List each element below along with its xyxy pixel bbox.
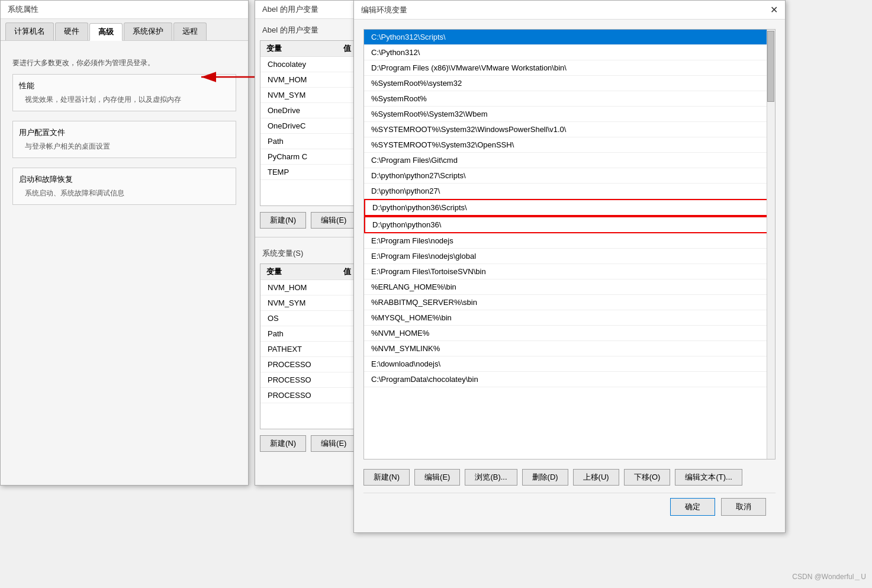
watermark: CSDN @Wonderful＿U [792,572,866,582]
env-dialog-title: Abel 的用户变量 [262,5,318,14]
edit-action-buttons: 新建(N) 编辑(E) 浏览(B)... 删除(D) 上移(U) 下移(O) 编… [363,469,776,486]
path-item-19[interactable]: %NVM_HOME% [364,326,775,341]
cancel-button[interactable]: 取消 [721,498,766,516]
edit-env-body: C:\Python312\Scripts\ C:\Python312\ D:\P… [354,20,785,530]
sys-new-button[interactable]: 新建(N) [260,435,306,452]
tab-hardware[interactable]: 硬件 [55,23,88,40]
path-item-15[interactable]: E:\Program Files\TortoiseSVN\bin [364,264,775,279]
path-new-button[interactable]: 新建(N) [363,469,410,486]
tab-advanced[interactable]: 高级 [89,23,123,41]
edit-env-dialog: 编辑环境变量 ✕ C:\Python312\Scripts\ C:\Python… [353,0,786,533]
sys-edit-button[interactable]: 编辑(E) [311,435,356,452]
path-move-down-button[interactable]: 下移(O) [624,469,671,486]
scrollbar-thumb[interactable] [767,31,774,102]
path-item-6[interactable]: %SYSTEMROOT%\System32\WindowsPowerShell\… [364,122,775,137]
path-item-13[interactable]: E:\Program Files\nodejs [364,233,775,249]
path-list[interactable]: C:\Python312\Scripts\ C:\Python312\ D:\P… [363,29,776,460]
performance-label: 性能 [19,81,230,91]
performance-desc: 视觉效果，处理器计划，内存使用，以及虚拟内存 [25,95,230,105]
path-item-11[interactable]: D:\python\python36\Scripts\ [364,199,775,216]
user-profile-desc: 与登录帐户相关的桌面设置 [25,142,230,152]
ok-button[interactable]: 确定 [670,498,715,516]
path-item-17[interactable]: %RABBITMQ_SERVER%\sbin [364,295,775,310]
warning-text: 要进行大多数更改，你必须作为管理员登录。 [12,57,236,68]
user-profile-section: 用户配置文件 与登录帐户相关的桌面设置 [12,121,236,158]
path-item-7[interactable]: %SYSTEMROOT%\System32\OpenSSH\ [364,137,775,153]
sys-props-tabs: 计算机名 硬件 高级 系统保护 远程 [1,19,248,41]
tab-remote[interactable]: 远程 [173,23,207,40]
path-item-3[interactable]: %SystemRoot%\system32 [364,76,775,91]
path-item-22[interactable]: C:\ProgramData\chocolatey\bin [364,372,775,387]
system-vars-title-text: 系统变量(S) [262,249,303,258]
path-item-20[interactable]: %NVM_SYMLINK% [364,341,775,356]
startup-label: 启动和故障恢复 [19,174,230,185]
sys-props-body: 要进行大多数更改，你必须作为管理员登录。 性能 视觉效果，处理器计划，内存使用，… [1,41,248,225]
col-variable: 变量 [266,43,343,54]
user-profile-label: 用户配置文件 [19,127,230,138]
path-edit-text-button[interactable]: 编辑文本(T)... [675,469,742,486]
path-item-18[interactable]: %MYSQL_HOME%\bin [364,310,775,326]
path-move-up-button[interactable]: 上移(U) [573,469,619,486]
path-item-10[interactable]: D:\python\python27\ [364,184,775,199]
startup-desc: 系统启动、系统故障和调试信息 [25,188,230,198]
path-item-4[interactable]: %SystemRoot% [364,91,775,107]
sys-col-value: 值 [343,266,351,277]
startup-section: 启动和故障恢复 系统启动、系统故障和调试信息 [12,168,236,205]
path-item-21[interactable]: E:\download\nodejs\ [364,356,775,372]
scrollbar-track[interactable] [767,30,775,459]
edit-env-titlebar: 编辑环境变量 ✕ [354,1,785,20]
tab-computer-name[interactable]: 计算机名 [5,23,54,40]
user-new-button[interactable]: 新建(N) [260,212,306,229]
system-properties-dialog: 系统属性 计算机名 硬件 高级 系统保护 远程 要进行大多数更改，你必须作为管理… [0,0,249,486]
user-vars-title-text: Abel 的用户变量 [262,25,318,34]
performance-section: 性能 视觉效果，处理器计划，内存使用，以及虚拟内存 [12,74,236,111]
path-edit-button[interactable]: 编辑(E) [414,469,460,486]
path-delete-button[interactable]: 删除(D) [522,469,568,486]
sys-props-titlebar: 系统属性 [1,1,248,19]
path-item-0[interactable]: C:\Python312\Scripts\ [364,30,775,45]
path-item-5[interactable]: %SystemRoot%\System32\Wbem [364,107,775,122]
close-icon[interactable]: ✕ [770,4,778,15]
path-item-2[interactable]: D:\Program Files (x86)\VMware\VMware Wor… [364,60,775,76]
edit-env-title: 编辑环境变量 [361,5,407,15]
path-item-9[interactable]: D:\python\python27\Scripts\ [364,168,775,184]
path-browse-button[interactable]: 浏览(B)... [465,469,517,486]
path-item-16[interactable]: %ERLANG_HOME%\bin [364,279,775,295]
tab-system-protection[interactable]: 系统保护 [124,23,172,40]
col-value: 值 [343,43,351,54]
user-edit-button[interactable]: 编辑(E) [311,212,356,229]
sys-col-variable: 变量 [266,266,343,277]
path-item-12[interactable]: D:\python\python36\ [364,216,775,233]
sys-props-title: 系统属性 [8,5,38,14]
path-item-14[interactable]: E:\Program Files\nodejs\global [364,249,775,264]
path-item-8[interactable]: C:\Program Files\Git\cmd [364,153,775,168]
edit-env-footer: 确定 取消 [363,493,776,520]
path-item-1[interactable]: C:\Python312\ [364,45,775,60]
